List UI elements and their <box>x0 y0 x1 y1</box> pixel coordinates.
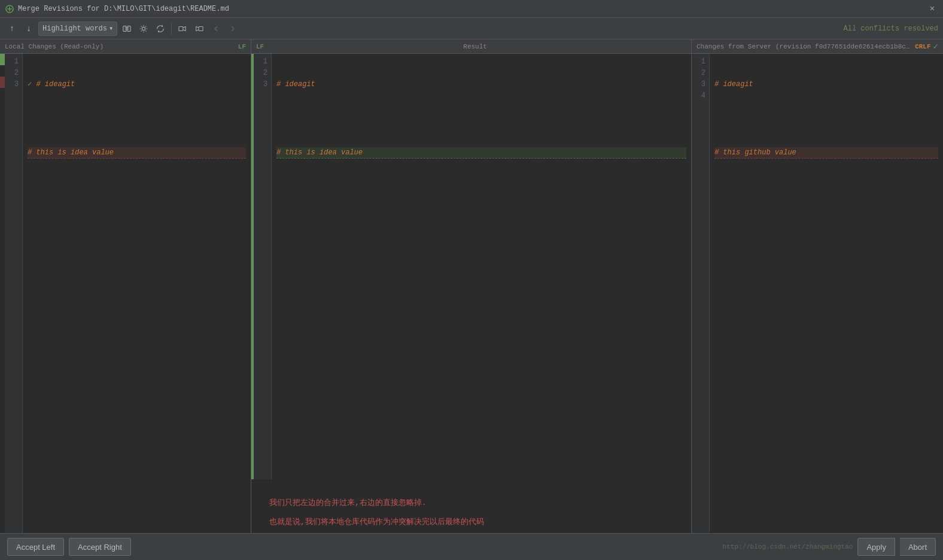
middle-panel: LF Result 1 2 3 # ideagit # this is <box>251 39 692 533</box>
highlight-words-button[interactable]: Highlight words ▾ <box>38 22 117 36</box>
middle-panel-content[interactable]: 1 2 3 # ideagit # this is idea value 我们只… <box>251 54 691 533</box>
left-line-numbers: 1 2 3 <box>5 54 23 533</box>
svg-rect-8 <box>179 26 183 31</box>
right-panel-header: Changes from Server (revision f0d77651dd… <box>692 39 943 54</box>
accepted-checkmark: ✓ <box>28 79 36 90</box>
accept-right-button[interactable]: Accept Right <box>69 538 131 556</box>
svg-rect-9 <box>199 26 203 31</box>
svg-point-7 <box>142 27 145 30</box>
middle-code-3: # this is idea value <box>276 147 363 159</box>
right-panel: Changes from Server (revision f0d77651dd… <box>692 39 943 533</box>
right-line-1: # ideagit <box>714 79 938 90</box>
left-panel: Local Changes (Read-only) LF 1 2 3 ✓ # i… <box>0 39 251 533</box>
line-num-2: 2 <box>7 68 19 79</box>
accepted-indicator-1 <box>0 54 5 65</box>
prev-conflict-button[interactable]: ↑ <box>5 22 19 36</box>
right-line-num-1: 1 <box>694 56 705 68</box>
watermark-text: http://blog.csdn.net/zhangmingtao <box>723 543 853 550</box>
middle-lf-badge: LF <box>256 43 264 50</box>
right-panel-content[interactable]: 1 2 3 4 # ideagit # this github value <box>692 54 943 533</box>
middle-code-area[interactable]: # ideagit # this is idea value <box>272 54 691 479</box>
conflict-status: All conflicts resolved <box>844 25 938 33</box>
middle-line-num-2: 2 <box>256 68 267 79</box>
accept-left-button[interactable]: Accept Left <box>7 538 64 556</box>
right-code-area[interactable]: # ideagit # this github value <box>710 54 943 533</box>
empty-indicator-2 <box>0 65 5 77</box>
bottom-left-buttons: Accept Left Accept Right <box>7 538 131 556</box>
bottom-right-buttons: http://blog.csdn.net/zhangmingtao Apply … <box>723 538 936 556</box>
left-line-2 <box>28 113 246 124</box>
middle-line-2 <box>276 113 686 124</box>
magic-right-button[interactable] <box>192 22 206 36</box>
right-code-3: # this github value <box>714 147 796 159</box>
app-icon <box>5 4 14 14</box>
editor-area: Local Changes (Read-only) LF 1 2 3 ✓ # i… <box>0 39 943 533</box>
right-line-4 <box>714 181 938 193</box>
svg-rect-4 <box>127 26 130 31</box>
left-panel-badge: LF <box>238 43 246 50</box>
left-code-area[interactable]: ✓ # ideagit # this is idea value <box>23 54 251 533</box>
right-code-1: # ideagit <box>714 79 753 90</box>
left-code-1: # ideagit <box>36 79 75 90</box>
right-line-3: # this github value <box>714 147 938 159</box>
middle-panel-title: Result <box>463 43 487 50</box>
left-edge-strip <box>0 54 5 533</box>
middle-notes: 我们只把左边的合并过来,右边的直接忽略掉. 也就是说,我们将本地仓库代码作为冲突… <box>251 479 691 533</box>
middle-line-num-1: 1 <box>256 56 267 68</box>
left-panel-content[interactable]: 1 2 3 ✓ # ideagit # this is idea value <box>0 54 251 533</box>
settings-icon-button[interactable] <box>136 22 151 36</box>
middle-line-num-3: 3 <box>256 79 267 90</box>
right-panel-badge: CRLF <box>915 43 930 50</box>
right-accepted-mark: ✓ <box>933 41 938 51</box>
dropdown-arrow-icon: ▾ <box>109 24 113 33</box>
right-line-num-2: 2 <box>694 68 705 79</box>
right-line-2 <box>714 113 938 124</box>
left-code-3: # this is idea value <box>28 147 114 159</box>
conflict-indicator-3 <box>0 77 5 88</box>
right-line-num-4: 4 <box>694 90 705 102</box>
right-line-numbers: 1 2 3 4 <box>692 54 710 533</box>
window-title: Merge Revisions for D:\MILO\GIT\ideagit\… <box>18 5 926 13</box>
svg-rect-3 <box>123 26 126 31</box>
bottom-bar: Accept Left Accept Right http://blog.csd… <box>0 533 943 560</box>
next-conflict-button[interactable]: ↓ <box>22 22 36 36</box>
middle-note-2: 也就是说,我们将本地仓库代码作为冲突解决完以后最终的代码 <box>269 516 679 527</box>
line-num-3: 3 <box>7 79 19 90</box>
middle-line-1: # ideagit <box>276 79 686 90</box>
middle-line-numbers: 1 2 3 <box>254 54 272 479</box>
left-line-3: # this is idea value <box>28 147 246 159</box>
right-panel-title: Changes from Server (revision f0d77651dd… <box>696 43 910 50</box>
middle-panel-header: LF Result <box>251 39 691 54</box>
left-line-1: ✓ # ideagit <box>28 79 246 90</box>
compare-icon-button[interactable] <box>120 22 134 36</box>
toolbar: ↑ ↓ Highlight words ▾ <box>0 18 943 39</box>
right-line-num-3: 3 <box>694 79 705 90</box>
left-panel-header: Local Changes (Read-only) LF <box>0 39 251 54</box>
close-button[interactable]: × <box>926 3 938 15</box>
middle-code-1: # ideagit <box>276 79 315 90</box>
middle-note-1: 我们只把左边的合并过来,右边的直接忽略掉. <box>269 497 679 508</box>
middle-line-3: # this is idea value <box>276 147 686 159</box>
abort-button[interactable]: Abort <box>900 538 936 556</box>
nav-left-button[interactable] <box>209 22 223 36</box>
sync-icon-button[interactable] <box>153 22 168 36</box>
toolbar-separator-1 <box>171 23 172 35</box>
nav-right-button[interactable] <box>226 22 240 36</box>
title-bar: Merge Revisions for D:\MILO\GIT\ideagit\… <box>0 0 943 18</box>
left-panel-title: Local Changes (Read-only) <box>5 43 104 50</box>
magic-left-button[interactable] <box>175 22 190 36</box>
middle-code-container: 1 2 3 # ideagit # this is idea value <box>251 54 691 479</box>
apply-button[interactable]: Apply <box>857 538 895 556</box>
highlight-words-label: Highlight words <box>42 25 107 33</box>
line-num-1: 1 <box>7 56 19 68</box>
